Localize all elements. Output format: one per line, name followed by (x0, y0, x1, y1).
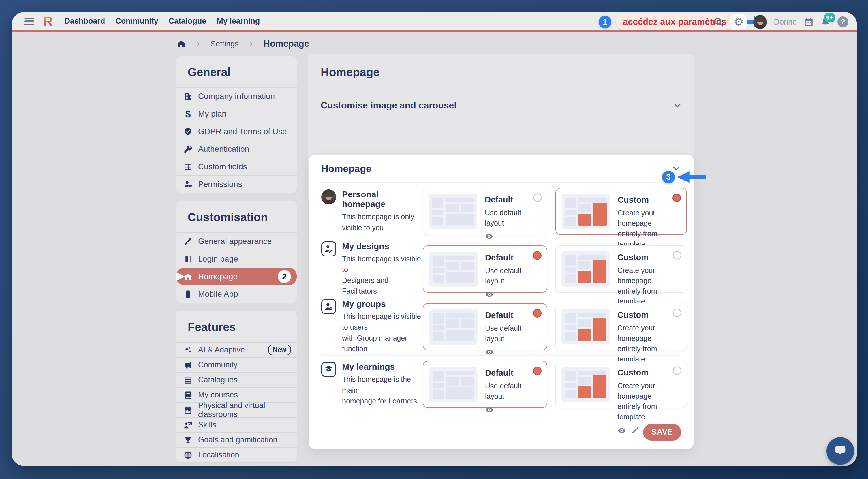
radio-custom[interactable] (673, 366, 681, 375)
user-name: Dorine (774, 18, 797, 27)
home-icon[interactable] (177, 39, 186, 49)
sidebar-item-mobile-app[interactable]: Mobile App (176, 285, 297, 303)
notification-badge: 9+ (824, 13, 835, 23)
radio-default[interactable] (533, 366, 541, 375)
preview-eye-icon[interactable] (485, 290, 494, 299)
table-icon (183, 162, 193, 171)
breadcrumb: Settings Homepage (177, 39, 309, 49)
sidebar-item-company-information[interactable]: Company information (176, 87, 297, 105)
preview-eye-icon[interactable] (617, 426, 626, 435)
layout-thumbnail-custom (562, 194, 610, 229)
radio-default[interactable] (533, 309, 541, 318)
building-icon (183, 91, 193, 101)
graduate-icon (321, 362, 336, 377)
gear-icon: ⚙ (734, 17, 743, 27)
radio-default[interactable] (533, 193, 542, 202)
user-pen-icon (321, 242, 336, 256)
option-card-custom[interactable]: Custom Create your homepageentirely from… (555, 361, 687, 408)
chat-bubble-icon (833, 444, 848, 458)
nav-dashboard[interactable]: Dashboard (64, 17, 105, 26)
page-title: Homepage (308, 54, 694, 79)
brand-logo[interactable]: R (43, 15, 53, 28)
sidebar-item-permissions[interactable]: Permissions (176, 175, 297, 193)
option-card-custom[interactable]: Custom Create your homepageentirely from… (555, 188, 687, 235)
sidebar-item-login-page[interactable]: Login page (176, 250, 297, 267)
section-title: General (176, 56, 297, 87)
chevron-down-icon[interactable] (673, 101, 682, 110)
homepage-row-personal: Personal homepage This homepage is only … (321, 182, 681, 240)
user-avatar[interactable] (753, 15, 767, 29)
nav-catalogue[interactable]: Catalogue (169, 17, 207, 26)
settings-sidebar: General Company information $ My plan GD… (176, 56, 297, 466)
sidebar-item-catalogues[interactable]: Catalogues (176, 372, 297, 387)
search-icon[interactable] (713, 17, 724, 27)
option-card-default[interactable]: Default Use default layout (423, 361, 547, 408)
grid-icon (183, 375, 193, 385)
edit-pencil-icon[interactable] (631, 426, 639, 434)
preview-eye-icon[interactable] (485, 348, 494, 356)
sidebar-item-my-courses[interactable]: My courses (176, 387, 297, 402)
layout-thumbnail-custom (561, 367, 610, 402)
shield-check-icon (183, 127, 193, 136)
radio-custom[interactable] (673, 251, 681, 259)
option-card-default[interactable]: Default Use default layout (423, 246, 547, 293)
layout-thumbnail-default (429, 252, 477, 287)
sidebar-item-authentication[interactable]: Authentication (176, 140, 297, 158)
preview-eye-icon[interactable] (485, 406, 494, 414)
radio-default[interactable] (533, 251, 541, 260)
calendar-icon (183, 405, 193, 415)
customise-image-carousel-section[interactable]: Customise image and carousel (308, 100, 694, 111)
sidebar-item-custom-fields[interactable]: Custom fields (176, 158, 297, 175)
app-window: R Dashboard Community Catalogue My learn… (11, 12, 857, 466)
sidebar-item-localisation[interactable]: Localisation (176, 447, 297, 462)
sidebar-item-general-appearance[interactable]: General appearance (176, 232, 297, 250)
hamburger-menu-icon[interactable] (24, 18, 34, 25)
mobile-icon (183, 289, 193, 299)
sidebar-item-community[interactable]: Community (176, 357, 297, 372)
section-title: Features (176, 311, 297, 342)
settings-gear-button[interactable]: ⚙ (731, 14, 747, 30)
sidebar-section-features: Features AI & Adaptive New Community Cat… (176, 311, 297, 462)
globe-icon (183, 450, 193, 460)
breadcrumb-current: Homepage (264, 39, 309, 49)
annotation-3-arrow-icon (677, 171, 706, 183)
help-button[interactable]: ? (837, 17, 848, 27)
topbar: R Dashboard Community Catalogue My learn… (11, 12, 857, 32)
sidebar-item-my-plan[interactable]: $ My plan (176, 105, 297, 123)
radio-custom[interactable] (673, 193, 681, 202)
sidebar-item-goals-gamification[interactable]: Goals and gamification (176, 432, 297, 447)
card-title: Homepage (321, 163, 671, 174)
homepage-row-my-learnings: My learnings This homepage is the mainho… (321, 355, 681, 413)
sparkles-icon (183, 345, 193, 355)
option-card-default[interactable]: Default Use default layout (423, 188, 547, 235)
radio-custom[interactable] (673, 309, 681, 317)
topbar-right: ⚙ Dorine 9+ ? (713, 12, 848, 32)
annotation-1-number: 1 (599, 15, 611, 28)
layout-thumbnail-default (429, 310, 477, 345)
avatar (321, 189, 336, 204)
key-icon (183, 144, 193, 154)
calendar-icon[interactable] (803, 17, 814, 27)
layout-thumbnail-default (429, 367, 477, 402)
breadcrumb-settings[interactable]: Settings (211, 39, 239, 49)
nav-my-learning[interactable]: My learning (217, 17, 260, 26)
sidebar-item-gdpr[interactable]: GDPR and Terms of Use (176, 123, 297, 140)
sidebar-section-general: General Company information $ My plan GD… (176, 56, 297, 193)
breadcrumb-separator-icon (248, 41, 254, 47)
notifications-button[interactable]: 9+ (820, 17, 831, 27)
nav-community[interactable]: Community (115, 17, 158, 26)
new-badge: New (268, 345, 291, 355)
sidebar-item-homepage[interactable]: Homepage 2 (176, 267, 297, 285)
sidebar-item-skills[interactable]: Skills (176, 417, 297, 432)
option-card-custom[interactable]: Custom Create your homepageentirely from… (555, 246, 687, 293)
option-card-default[interactable]: Default Use default layout (423, 303, 547, 350)
preview-eye-icon[interactable] (485, 232, 493, 241)
paintbrush-icon (183, 236, 193, 246)
sidebar-section-customisation: Customisation General appearance Login p… (176, 201, 297, 303)
chat-widget-button[interactable] (827, 437, 854, 465)
sidebar-item-classrooms[interactable]: Physical and virtual classrooms (176, 402, 297, 417)
sidebar-item-ai-adaptive[interactable]: AI & Adaptive New (176, 342, 297, 357)
trophy-icon (183, 435, 193, 445)
layout-thumbnail-custom (561, 252, 610, 287)
option-card-custom[interactable]: Custom Create your homepageentirely from… (555, 303, 687, 350)
